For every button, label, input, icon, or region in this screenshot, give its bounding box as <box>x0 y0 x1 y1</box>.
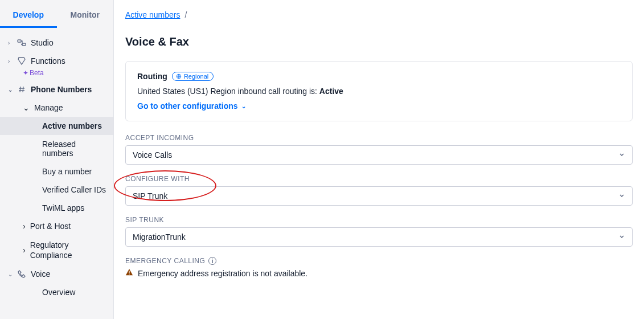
accept-incoming-label: ACCEPT INCOMING <box>125 134 633 142</box>
page-title: Voice & Fax <box>125 35 633 48</box>
nav-item-phone-numbers[interactable]: ⌄ Phone Numbers <box>0 80 113 99</box>
nav-item-manage[interactable]: ⌄ Manage <box>0 99 113 117</box>
nav-label: Manage <box>34 103 63 112</box>
chevron-down-icon <box>618 232 625 242</box>
hash-icon <box>17 85 26 94</box>
nav-label: Functions <box>31 56 65 66</box>
sidebar: Develop Monitor › Studio › Functions ✦Be… <box>0 0 114 319</box>
chevron-down-icon: ⌄ <box>8 271 13 277</box>
configure-with-label: CONFIGURE WITH <box>125 175 633 183</box>
svg-rect-3 <box>129 271 129 273</box>
studio-icon <box>17 38 26 47</box>
nav-label: Voice <box>31 269 50 279</box>
chevron-right-icon: › <box>23 222 26 231</box>
chevron-right-icon: › <box>23 246 26 255</box>
nav-label: Studio <box>31 38 54 47</box>
sidebar-nav: › Studio › Functions ✦Beta ⌄ Phone Numbe… <box>0 28 113 301</box>
sparkle-icon: ✦ <box>23 69 28 77</box>
select-value: Voice Calls <box>133 150 172 160</box>
sip-trunk-label: SIP TRUNK <box>125 216 633 224</box>
main-content: Active numbers / Voice & Fax Routing Reg… <box>114 0 644 319</box>
nav-item-verified-caller-ids[interactable]: Verified Caller IDs <box>0 181 113 199</box>
routing-card: Routing Regional United States (US1) Reg… <box>125 61 633 121</box>
info-icon[interactable]: i <box>208 257 216 265</box>
warning-icon <box>125 268 133 278</box>
chevron-right-icon: › <box>8 40 13 46</box>
nav-item-voice[interactable]: ⌄ Voice <box>0 265 113 283</box>
nav-item-regulatory-compliance[interactable]: › Regulatory Compliance <box>0 235 113 265</box>
nav-label: Phone Numbers <box>31 85 92 94</box>
goto-other-configurations-link[interactable]: Go to other configurations ⌄ <box>137 101 246 111</box>
routing-title: Routing <box>137 72 167 81</box>
accept-incoming-select[interactable]: Voice Calls <box>125 145 633 165</box>
svg-rect-1 <box>22 43 26 46</box>
svg-rect-4 <box>129 274 129 275</box>
breadcrumb-link-active-numbers[interactable]: Active numbers <box>125 10 180 19</box>
phone-icon <box>17 269 26 279</box>
chevron-down-icon <box>618 150 625 160</box>
globe-icon <box>176 73 182 79</box>
nav-item-buy-a-number[interactable]: Buy a number <box>0 162 113 181</box>
functions-icon <box>17 56 26 66</box>
configure-with-select[interactable]: SIP Trunk <box>125 186 633 206</box>
sip-trunk-select[interactable]: MigrationTrunk <box>125 227 633 247</box>
nav-item-voice-overview[interactable]: Overview <box>0 283 113 301</box>
breadcrumb-separator: / <box>184 10 187 19</box>
chevron-down-icon: ⌄ <box>241 103 246 109</box>
warning-text: Emergency address registration is not av… <box>138 269 307 278</box>
select-value: SIP Trunk <box>133 191 167 201</box>
nav-item-released-numbers[interactable]: Released numbers <box>0 135 113 162</box>
select-value: MigrationTrunk <box>133 232 186 242</box>
svg-rect-0 <box>18 40 21 42</box>
regional-pill: Regional <box>172 72 214 81</box>
chevron-down-icon: ⌄ <box>23 103 30 112</box>
chevron-right-icon: › <box>8 58 13 64</box>
nav-label: Port & Host <box>30 222 71 231</box>
beta-badge: ✦Beta <box>0 69 113 77</box>
breadcrumb: Active numbers / <box>125 10 633 19</box>
nav-item-active-numbers[interactable]: Active numbers <box>0 117 113 135</box>
routing-description: United States (US1) Region inbound call … <box>137 87 621 96</box>
emergency-warning: Emergency address registration is not av… <box>125 268 633 278</box>
tab-develop[interactable]: Develop <box>0 0 57 28</box>
chevron-down-icon: ⌄ <box>8 87 13 93</box>
emergency-calling-label: EMERGENCY CALLING i <box>125 257 633 265</box>
tab-monitor[interactable]: Monitor <box>57 0 114 28</box>
nav-label: Regulatory Compliance <box>30 240 108 260</box>
sidebar-tabs: Develop Monitor <box>0 0 113 28</box>
nav-item-twiml-apps[interactable]: TwiML apps <box>0 199 113 217</box>
chevron-down-icon <box>618 191 625 201</box>
nav-item-port-host[interactable]: › Port & Host <box>0 217 113 235</box>
nav-item-functions[interactable]: › Functions <box>0 52 113 70</box>
nav-item-studio[interactable]: › Studio <box>0 34 113 52</box>
